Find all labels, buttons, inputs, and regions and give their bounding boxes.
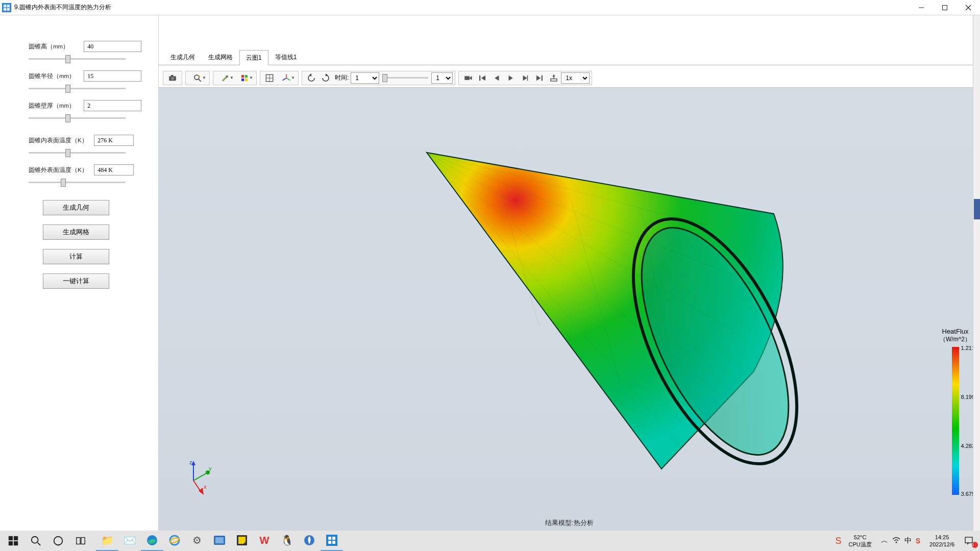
step-spinner[interactable]: 1 xyxy=(431,72,453,84)
axis-view-icon[interactable]: ▼ xyxy=(277,72,296,84)
cone-height-slider[interactable] xyxy=(29,58,126,60)
wall-thickness-label: 圆锥壁厚（mm） xyxy=(29,102,82,110)
scrollbar-thumb[interactable] xyxy=(974,199,980,219)
taskbar-ie[interactable] xyxy=(163,531,186,551)
svg-point-12 xyxy=(194,75,199,80)
svg-rect-78 xyxy=(328,537,331,540)
inner-temp-slider[interactable] xyxy=(29,152,126,154)
svg-rect-35 xyxy=(527,75,528,81)
record-icon[interactable] xyxy=(461,72,475,84)
last-frame-icon[interactable] xyxy=(532,72,547,84)
taskbar-file-explorer[interactable]: 📁 xyxy=(96,531,118,551)
outer-temp-input[interactable] xyxy=(94,164,134,176)
tab-geometry[interactable]: 生成几何 xyxy=(164,49,202,65)
taskbar-mail[interactable]: ✉️ xyxy=(118,531,141,551)
taskbar-browser[interactable] xyxy=(298,531,321,551)
svg-rect-6 xyxy=(943,5,947,10)
start-button[interactable] xyxy=(2,531,24,551)
task-view-button[interactable] xyxy=(69,531,92,551)
viewport-caption: 结果模型:热分析 xyxy=(545,518,594,528)
svg-point-64 xyxy=(32,537,38,543)
svg-line-65 xyxy=(38,543,41,546)
speed-select[interactable]: 1x xyxy=(561,72,590,84)
tray-wifi-icon[interactable] xyxy=(892,537,900,545)
tray-cpu-temp[interactable]: 52°C CPU温度 xyxy=(843,534,876,548)
vertical-scrollbar[interactable] xyxy=(973,15,980,531)
cortana-button[interactable] xyxy=(47,531,69,551)
maximize-button[interactable] xyxy=(933,0,957,15)
svg-text:y: y xyxy=(209,465,212,471)
zoom-icon[interactable]: ▼ xyxy=(188,72,207,84)
wall-thickness-input[interactable] xyxy=(84,100,141,111)
svg-rect-62 xyxy=(9,541,13,545)
svg-text:z: z xyxy=(189,459,192,465)
cone-height-input[interactable] xyxy=(84,41,141,52)
search-button[interactable] xyxy=(24,531,47,551)
one-click-compute-button[interactable]: 一键计算 xyxy=(43,273,109,289)
tab-cloud[interactable]: 云图1 xyxy=(239,50,268,65)
taskbar-wps[interactable]: W xyxy=(253,531,276,551)
windows-taskbar: 📁 ✉️ ⚙ W 🐧 S 52°C CPU温度 ︿ 中 S 14:25 2022… xyxy=(0,531,980,551)
rotate-cw-icon[interactable] xyxy=(318,72,333,84)
generate-mesh-button[interactable]: 生成网格 xyxy=(43,224,109,240)
cone-radius-input[interactable] xyxy=(84,70,141,82)
tray-icons: ︿ 中 S xyxy=(877,536,924,545)
rotate-ccw-icon[interactable] xyxy=(304,72,318,84)
generate-geometry-button[interactable]: 生成几何 xyxy=(43,200,109,215)
wall-thickness-slider[interactable] xyxy=(29,117,126,119)
time-label: 时间: xyxy=(335,73,349,82)
title-bar: 9.圆锥内外表面不同温度的热力分析 xyxy=(0,0,980,15)
camera-icon[interactable] xyxy=(165,72,180,84)
legend-title: HeatFlux xyxy=(940,328,971,335)
time-select[interactable]: 1 xyxy=(351,72,379,84)
svg-marker-29 xyxy=(470,76,472,80)
time-slider[interactable] xyxy=(382,77,428,79)
taskbar-qq[interactable]: 🐧 xyxy=(276,531,298,551)
prev-frame-icon[interactable] xyxy=(489,72,504,84)
taskbar-settings[interactable]: ⚙ xyxy=(186,531,208,551)
viewport-3d[interactable]: z y x 结果模型:热分析 HeatFlux （W/m^2） 1.211e+0… xyxy=(159,88,980,531)
first-frame-icon[interactable] xyxy=(475,72,489,84)
svg-line-24 xyxy=(286,78,290,81)
svg-line-13 xyxy=(199,79,201,82)
cone-radius-slider[interactable] xyxy=(29,88,126,89)
param-outer-temp: 圆锥外表面温度（K） xyxy=(29,164,148,185)
tray-sogou-icon[interactable]: S xyxy=(835,536,841,546)
taskbar-sim-app[interactable] xyxy=(321,531,343,551)
play-icon[interactable] xyxy=(504,72,518,84)
tray-ime-icon[interactable]: 中 xyxy=(904,536,912,545)
color-cube-icon[interactable]: ▼ xyxy=(235,72,254,84)
cone-radius-label: 圆锥半径（mm） xyxy=(29,72,82,80)
tab-mesh[interactable]: 生成网格 xyxy=(202,49,239,65)
svg-marker-40 xyxy=(552,74,555,77)
taskbar-edge[interactable] xyxy=(141,531,163,551)
next-frame-icon[interactable] xyxy=(518,72,532,84)
taskbar-security[interactable] xyxy=(208,531,231,551)
tray-chevron-up-icon[interactable]: ︿ xyxy=(881,536,888,545)
inner-temp-input[interactable] xyxy=(94,135,134,146)
svg-point-82 xyxy=(895,541,897,543)
tray-sogou2-icon[interactable]: S xyxy=(916,537,920,545)
result-tabs: 生成几何 生成网格 云图1 等值线1 xyxy=(159,51,980,65)
svg-rect-77 xyxy=(326,535,337,546)
param-cone-height: 圆锥高（mm） xyxy=(29,41,148,61)
svg-text:x: x xyxy=(204,484,207,490)
minimize-button[interactable] xyxy=(910,0,933,15)
param-cone-radius: 圆锥半径（mm） xyxy=(29,70,148,91)
brush-icon[interactable]: ▼ xyxy=(215,72,235,84)
fit-view-icon[interactable] xyxy=(262,72,277,84)
export-icon[interactable] xyxy=(547,72,561,84)
close-button[interactable] xyxy=(957,0,980,15)
compute-button[interactable]: 计算 xyxy=(43,249,109,264)
action-center-button[interactable]: 1 xyxy=(960,531,978,551)
taskbar-sticky[interactable] xyxy=(231,531,253,551)
svg-rect-4 xyxy=(7,8,10,11)
app-icon xyxy=(2,3,11,12)
tab-contour[interactable]: 等值线1 xyxy=(268,49,304,65)
svg-rect-18 xyxy=(241,78,244,81)
svg-rect-67 xyxy=(77,538,80,544)
svg-rect-63 xyxy=(14,541,18,545)
svg-point-14 xyxy=(199,75,200,77)
outer-temp-slider[interactable] xyxy=(29,182,126,183)
tray-clock[interactable]: 14:25 2022/12/6 xyxy=(924,534,960,548)
